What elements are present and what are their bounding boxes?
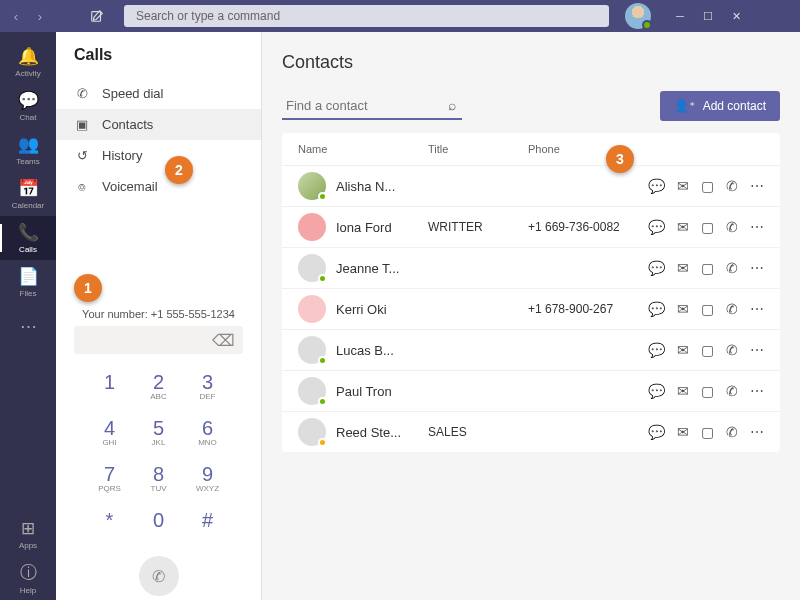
key-1[interactable]: 1 xyxy=(86,364,133,408)
more-action-icon[interactable]: ⋯ xyxy=(750,178,764,194)
minimize-button[interactable]: ─ xyxy=(667,5,693,27)
add-contact-button[interactable]: 👤⁺Add contact xyxy=(660,91,780,121)
table-row[interactable]: Alisha N... 💬 ✉ ▢ ✆ ⋯ xyxy=(282,165,780,206)
more-action-icon[interactable]: ⋯ xyxy=(750,301,764,317)
email-action-icon[interactable]: ✉ xyxy=(677,301,689,317)
chat-action-icon[interactable]: 💬 xyxy=(648,301,665,317)
rail-chat[interactable]: 💬Chat xyxy=(0,84,56,128)
close-button[interactable]: ✕ xyxy=(723,5,749,27)
call-action-icon[interactable]: ✆ xyxy=(726,260,738,276)
key-hash[interactable]: # xyxy=(184,502,231,546)
video-action-icon[interactable]: ▢ xyxy=(701,301,714,317)
table-row[interactable]: Iona Ford WRITTER +1 669-736-0082 💬 ✉ ▢ … xyxy=(282,206,780,247)
more-action-icon[interactable]: ⋯ xyxy=(750,342,764,358)
find-contact-input[interactable] xyxy=(282,92,462,120)
email-action-icon[interactable]: ✉ xyxy=(677,219,689,235)
help-icon: ⓘ xyxy=(20,561,37,584)
compose-icon[interactable] xyxy=(86,5,108,27)
key-5[interactable]: 5JKL xyxy=(135,410,182,454)
chat-action-icon[interactable]: 💬 xyxy=(648,260,665,276)
backspace-icon[interactable]: ⌫ xyxy=(212,331,235,350)
rail-activity[interactable]: 🔔Activity xyxy=(0,40,56,84)
key-2[interactable]: 2ABC xyxy=(135,364,182,408)
nav-back-button[interactable]: ‹ xyxy=(6,6,26,26)
avatar xyxy=(298,213,326,241)
rail-calls[interactable]: 📞Calls xyxy=(0,216,56,260)
menu-speed-dial[interactable]: ✆Speed dial xyxy=(56,78,261,109)
avatar xyxy=(298,254,326,282)
call-action-icon[interactable]: ✆ xyxy=(726,219,738,235)
contact-title: WRITTER xyxy=(428,220,528,234)
rail-calendar[interactable]: 📅Calendar xyxy=(0,172,56,216)
contact-name: Paul Tron xyxy=(336,384,428,399)
call-action-icon[interactable]: ✆ xyxy=(726,178,738,194)
chat-action-icon[interactable]: 💬 xyxy=(648,178,665,194)
titlebar: ‹ › Search or type a command ─ ☐ ✕ xyxy=(0,0,800,32)
menu-contacts[interactable]: ▣Contacts xyxy=(56,109,261,140)
voicemail-icon: ⌾ xyxy=(74,179,90,194)
key-star[interactable]: * xyxy=(86,502,133,546)
video-action-icon[interactable]: ▢ xyxy=(701,219,714,235)
call-action-icon[interactable]: ✆ xyxy=(726,383,738,399)
menu-voicemail[interactable]: ⌾Voicemail xyxy=(56,171,261,202)
more-icon: ⋯ xyxy=(20,316,37,337)
email-action-icon[interactable]: ✉ xyxy=(677,383,689,399)
video-action-icon[interactable]: ▢ xyxy=(701,383,714,399)
contact-name: Alisha N... xyxy=(336,179,428,194)
key-8[interactable]: 8TUV xyxy=(135,456,182,500)
page-title: Contacts xyxy=(282,46,780,91)
call-action-icon[interactable]: ✆ xyxy=(726,424,738,440)
email-action-icon[interactable]: ✉ xyxy=(677,178,689,194)
video-action-icon[interactable]: ▢ xyxy=(701,424,714,440)
email-action-icon[interactable]: ✉ xyxy=(677,342,689,358)
video-action-icon[interactable]: ▢ xyxy=(701,342,714,358)
chat-action-icon[interactable]: 💬 xyxy=(648,219,665,235)
col-header-title[interactable]: Title xyxy=(428,143,528,155)
more-action-icon[interactable]: ⋯ xyxy=(750,260,764,276)
chat-action-icon[interactable]: 💬 xyxy=(648,424,665,440)
rail-teams[interactable]: 👥Teams xyxy=(0,128,56,172)
key-7[interactable]: 7PQRS xyxy=(86,456,133,500)
key-0[interactable]: 0 xyxy=(135,502,182,546)
table-row[interactable]: Kerri Oki +1 678-900-267 💬 ✉ ▢ ✆ ⋯ xyxy=(282,288,780,329)
table-row[interactable]: Jeanne T... 💬 ✉ ▢ ✆ ⋯ xyxy=(282,247,780,288)
video-action-icon[interactable]: ▢ xyxy=(701,178,714,194)
key-4[interactable]: 4GHI xyxy=(86,410,133,454)
dial-call-button[interactable]: ✆ xyxy=(139,556,179,596)
table-row[interactable]: Lucas B... 💬 ✉ ▢ ✆ ⋯ xyxy=(282,329,780,370)
menu-history[interactable]: ↺History xyxy=(56,140,261,171)
table-row[interactable]: Reed Ste... SALES 💬 ✉ ▢ ✆ ⋯ xyxy=(282,411,780,452)
rail-files[interactable]: 📄Files xyxy=(0,260,56,304)
contact-name: Jeanne T... xyxy=(336,261,428,276)
more-action-icon[interactable]: ⋯ xyxy=(750,219,764,235)
more-action-icon[interactable]: ⋯ xyxy=(750,383,764,399)
maximize-button[interactable]: ☐ xyxy=(695,5,721,27)
call-action-icon[interactable]: ✆ xyxy=(726,301,738,317)
speed-dial-icon: ✆ xyxy=(74,86,90,101)
key-3[interactable]: 3DEF xyxy=(184,364,231,408)
chat-action-icon[interactable]: 💬 xyxy=(648,383,665,399)
chat-icon: 💬 xyxy=(18,90,39,111)
email-action-icon[interactable]: ✉ xyxy=(677,424,689,440)
call-action-icon[interactable]: ✆ xyxy=(726,342,738,358)
key-6[interactable]: 6MNO xyxy=(184,410,231,454)
table-row[interactable]: Paul Tron 💬 ✉ ▢ ✆ ⋯ xyxy=(282,370,780,411)
avatar xyxy=(298,172,326,200)
user-avatar[interactable] xyxy=(625,3,651,29)
more-action-icon[interactable]: ⋯ xyxy=(750,424,764,440)
col-header-name[interactable]: Name xyxy=(298,143,428,155)
email-action-icon[interactable]: ✉ xyxy=(677,260,689,276)
chat-action-icon[interactable]: 💬 xyxy=(648,342,665,358)
rail-apps[interactable]: ⊞Apps xyxy=(0,512,56,556)
dial-input[interactable]: ⌫ xyxy=(74,326,243,354)
avatar xyxy=(298,418,326,446)
your-number: Your number: +1 555-555-1234 xyxy=(56,300,261,326)
rail-more[interactable]: ⋯ xyxy=(0,304,56,348)
nav-forward-button[interactable]: › xyxy=(30,6,50,26)
search-icon[interactable]: ⌕ xyxy=(448,97,456,113)
rail-help[interactable]: ⓘHelp xyxy=(0,556,56,600)
search-input[interactable]: Search or type a command xyxy=(124,5,609,27)
video-action-icon[interactable]: ▢ xyxy=(701,260,714,276)
key-9[interactable]: 9WXYZ xyxy=(184,456,231,500)
app-rail: 🔔Activity 💬Chat 👥Teams 📅Calendar 📞Calls … xyxy=(0,32,56,600)
